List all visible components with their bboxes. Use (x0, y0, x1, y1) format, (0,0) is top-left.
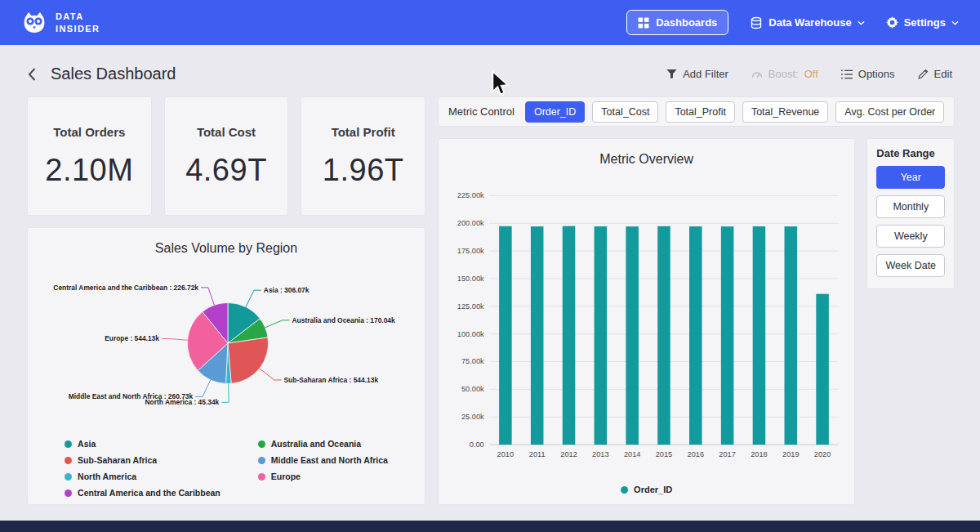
add-filter-button[interactable]: Add Filter (666, 68, 728, 80)
y-axis-tick-label: 75.00k (461, 357, 484, 365)
bar-2014[interactable] (626, 226, 639, 445)
pie-slice-label: Middle East and North Africa : 260.73k (69, 392, 194, 400)
nav-data-warehouse[interactable]: Data Warehouse (750, 16, 864, 29)
x-axis-tick-label: 2014 (624, 450, 641, 458)
dashboard-grid: Total Orders 2.10M Total Cost 4.69T Tota… (0, 96, 980, 505)
legend-item-europe[interactable]: Europe (258, 472, 388, 481)
pie-chart-title: Sales Volume by Region (38, 241, 415, 256)
bar-2019[interactable] (785, 226, 798, 445)
nav-dashboards-button[interactable]: Dashboards (626, 10, 728, 35)
data-warehouse-icon (750, 16, 763, 29)
x-axis-tick-label: 2012 (560, 450, 577, 458)
metric-button-total-revenue[interactable]: Total_Revenue (742, 101, 828, 123)
x-axis-tick-label: 2010 (497, 450, 514, 458)
bar-2011[interactable] (531, 226, 544, 445)
legend-label: Australia and Oceania (271, 439, 361, 449)
nav-settings[interactable]: Settings (886, 16, 959, 29)
legend-item-sub-saharan-africa[interactable]: Sub-Saharan Africa (65, 455, 220, 465)
legend-dot-icon (258, 440, 265, 448)
legend-item-north-america[interactable]: North America (65, 472, 220, 481)
y-axis-tick-label: 150.00k (457, 275, 484, 283)
date-range-button-year[interactable]: Year (876, 166, 945, 189)
legend-dot-icon (65, 440, 72, 448)
list-options-icon (841, 69, 853, 79)
legend-label: Central America and the Caribbean (78, 488, 220, 498)
legend-label: Middle East and North Africa (271, 455, 388, 465)
page-title: Sales Dashboard (51, 65, 176, 83)
pie-slice-sub-saharan-africa[interactable] (228, 338, 269, 383)
x-axis-tick-label: 2018 (751, 450, 768, 458)
kpi-label: Total Cost (197, 125, 256, 139)
kpi-card-total-cost: Total Cost 4.69T (164, 96, 289, 216)
metric-control-bar: Metric Control Order_IDTotal_CostTotal_P… (438, 96, 955, 127)
bar-2018[interactable] (753, 226, 766, 445)
back-button[interactable] (28, 68, 36, 81)
pie-slice-label: Europe : 544.13k (105, 334, 159, 342)
x-axis-tick-label: 2020 (814, 450, 831, 458)
pie-callout-line (162, 338, 188, 340)
x-axis-tick-label: 2011 (529, 450, 546, 458)
legend-item-middle-east-and-north-africa[interactable]: Middle East and North Africa (258, 455, 388, 465)
bar-2016[interactable] (689, 226, 702, 445)
chevron-down-icon (858, 20, 865, 25)
bar-chart-legend[interactable]: Order_ID (448, 480, 844, 496)
bar-2013[interactable] (595, 226, 608, 445)
date-range-title: Date Range (876, 147, 945, 159)
top-navbar: DATA INSIDER Dashboards Data Warehous (0, 0, 980, 45)
bar-legend-label: Order_ID (634, 485, 672, 494)
legend-label: Sub-Saharan Africa (78, 455, 157, 465)
bar-2012[interactable] (563, 226, 576, 445)
y-axis-tick-label: 25.00k (461, 413, 484, 421)
options-button[interactable]: Options (841, 68, 895, 80)
x-axis-tick-label: 2016 (688, 450, 705, 458)
legend-dot-icon (258, 473, 265, 481)
legend-item-central-america-and-the-caribbean[interactable]: Central America and the Caribbean (65, 488, 220, 498)
bar-chart-title: Metric Overview (448, 152, 844, 167)
y-axis-tick-label: 100.00k (457, 330, 484, 338)
kpi-value: 1.96T (323, 153, 404, 188)
y-axis-tick-label: 125.00k (457, 302, 484, 311)
pie-slice-label: Central America and the Caribbean : 226.… (53, 284, 198, 292)
kpi-label: Total Orders (53, 125, 125, 139)
pie-legend: AsiaSub-Saharan AfricaNorth AmericaCentr… (38, 439, 415, 498)
metric-button-avg-cost-per-order[interactable]: Avg. Cost per Order (835, 101, 944, 123)
bar-2010[interactable] (499, 226, 512, 445)
metric-control-buttons: Order_IDTotal_CostTotal_ProfitTotal_Reve… (525, 101, 944, 123)
pie-slice-label: Sub-Saharan Africa : 544.13k (284, 376, 379, 384)
metric-button-order-id[interactable]: Order_ID (525, 101, 585, 123)
bar-2017[interactable] (721, 226, 734, 445)
date-range-button-weekly[interactable]: Weekly (876, 225, 945, 248)
pie-callout-line (265, 320, 290, 328)
brand[interactable]: DATA INSIDER (21, 10, 100, 36)
legend-item-australia-and-oceania[interactable]: Australia and Oceania (258, 439, 388, 449)
x-axis-tick-label: 2017 (719, 450, 736, 458)
bar-2015[interactable] (657, 226, 670, 445)
metric-button-total-cost[interactable]: Total_Cost (592, 101, 658, 123)
pie-callout-line (246, 290, 261, 307)
pie-callout-line (221, 384, 229, 403)
bar-2020[interactable] (816, 294, 829, 445)
legend-item-asia[interactable]: Asia (65, 439, 220, 449)
bar-chart-card: Metric Overview 0.0025.00k50.00k75.00k10… (438, 138, 855, 505)
metric-button-total-profit[interactable]: Total_Profit (666, 101, 735, 123)
date-range-panel: Date Range YearMonthlyWeeklyWeek Date (866, 138, 955, 289)
bar-chart-svg: 0.0025.00k50.00k75.00k100.00k125.00k150.… (448, 175, 844, 480)
dashboards-grid-icon (638, 17, 649, 29)
brand-name: DATA INSIDER (56, 11, 100, 34)
pie-chart-svg: Asia : 306.07kAustralia and Oceania : 17… (38, 259, 415, 429)
legend-dot-icon (65, 457, 72, 464)
date-range-button-monthly[interactable]: Monthly (876, 195, 945, 218)
edit-button[interactable]: Edit (918, 68, 952, 80)
kpi-value: 2.10M (45, 153, 133, 188)
pie-callout-line (195, 380, 211, 397)
y-axis-tick-label: 175.00k (457, 247, 484, 255)
x-axis-tick-label: 2019 (782, 450, 800, 458)
dashboard-header: Sales Dashboard Add Filter Boost: Off (0, 45, 980, 96)
y-axis-tick-label: 200.00k (457, 219, 484, 227)
boost-toggle[interactable]: Boost: Off (751, 68, 818, 80)
date-range-button-week-date[interactable]: Week Date (876, 254, 945, 277)
legend-dot-icon (65, 473, 72, 481)
y-axis-tick-label: 0.00 (470, 440, 484, 449)
legend-label: North America (78, 472, 136, 481)
legend-dot-icon (258, 457, 265, 464)
